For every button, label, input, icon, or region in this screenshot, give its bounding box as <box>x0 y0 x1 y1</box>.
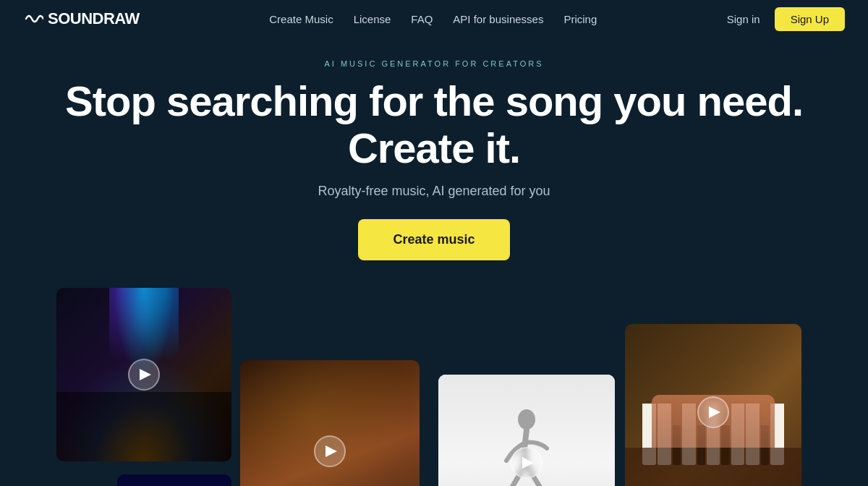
svg-point-0 <box>518 409 535 430</box>
play-button-dancer[interactable] <box>511 447 542 479</box>
signup-button[interactable]: Sign Up <box>775 7 845 31</box>
nav-faq[interactable]: FAQ <box>411 13 433 25</box>
hero-eyebrow: AI MUSIC GENERATOR FOR CREATORS <box>14 59 854 68</box>
nav-pricing[interactable]: Pricing <box>563 13 597 25</box>
nav-license[interactable]: License <box>354 13 391 25</box>
card-singer[interactable] <box>240 360 420 486</box>
navigation: SOUNDRAW Create Music License FAQ API fo… <box>0 0 868 38</box>
play-button-piano[interactable] <box>697 396 729 428</box>
create-music-button[interactable]: Create music <box>358 219 509 260</box>
play-button-concert[interactable] <box>128 359 160 391</box>
card-concert[interactable] <box>56 288 231 461</box>
nav-create-music[interactable]: Create Music <box>269 13 333 25</box>
gallery: ✕ Hi, I'm Neo. Need any help? <box>0 288 868 486</box>
nav-right: Sign in Sign Up <box>727 7 845 31</box>
signin-link[interactable]: Sign in <box>727 13 760 25</box>
card-piano[interactable] <box>625 324 801 486</box>
brand-logo[interactable]: SOUNDRAW <box>23 9 140 29</box>
hero-title-line1: Stop searching for the song you need. <box>65 77 803 124</box>
hero-title-line2: Create it. <box>348 124 520 171</box>
card-city[interactable] <box>117 474 231 486</box>
nav-api[interactable]: API for businesses <box>453 13 543 25</box>
hero-title: Stop searching for the song you need. Cr… <box>14 78 854 172</box>
card-dancer[interactable] <box>438 375 615 486</box>
nav-links: Create Music License FAQ API for busines… <box>269 13 597 25</box>
hero-subtitle: Royalty-free music, AI generated for you <box>14 184 854 199</box>
play-button-singer[interactable] <box>314 435 346 467</box>
hero-section: AI MUSIC GENERATOR FOR CREATORS Stop sea… <box>0 38 868 288</box>
brand-name: SOUNDRAW <box>48 9 140 28</box>
